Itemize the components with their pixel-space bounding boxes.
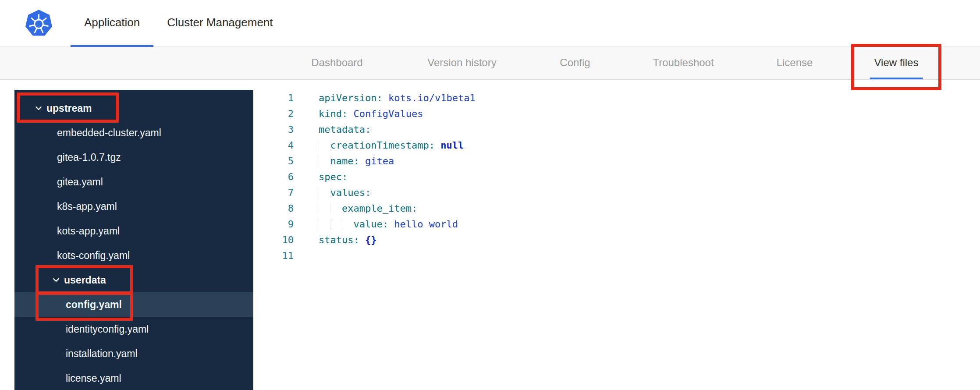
code-line: 5 name: gitea — [253, 153, 980, 169]
line-number: 7 — [253, 185, 294, 201]
tab-config[interactable]: Config — [555, 47, 594, 79]
header: Application Cluster Management — [0, 0, 980, 47]
tree-item-label: userdata — [64, 274, 106, 286]
code-text: name: gitea — [294, 153, 394, 169]
code-line: 8 example_item: — [253, 201, 980, 216]
chevron-down-icon[interactable] — [35, 104, 43, 112]
code-line: 7 values: — [253, 185, 980, 201]
tree-item-label: identityconfig.yaml — [66, 323, 149, 335]
subnav: DashboardVersion historyConfigTroublesho… — [0, 47, 980, 80]
code-line: 3metadata: — [253, 122, 980, 138]
header-tabs: Application Cluster Management — [71, 0, 287, 47]
code-line: 2kind: ConfigValues — [253, 106, 980, 122]
code-text: metadata: — [294, 122, 371, 138]
code-text: apiVersion: kots.io/v1beta1 — [294, 90, 476, 106]
code-line: 11 — [253, 248, 980, 264]
tree-item-label: embedded-cluster.yaml — [57, 127, 161, 139]
tree-file-kots-app-yaml[interactable]: kots-app.yaml — [14, 219, 253, 243]
line-number: 3 — [253, 122, 294, 138]
code-editor[interactable]: 1apiVersion: kots.io/v1beta12kind: Confi… — [253, 80, 980, 390]
line-number: 8 — [253, 201, 294, 216]
line-number: 1 — [253, 90, 294, 106]
tab-dashboard[interactable]: Dashboard — [307, 47, 367, 79]
tree-item-label: installation.yaml — [66, 348, 138, 360]
tree-item-label: upstream — [46, 103, 92, 114]
file-tree: upstreamembedded-cluster.yamlgitea-1.0.7… — [14, 90, 253, 390]
tab-view-files[interactable]: View files — [870, 47, 923, 79]
code-line: 10status: {} — [253, 232, 980, 248]
tree-file-embedded-cluster-yaml[interactable]: embedded-cluster.yaml — [14, 121, 253, 145]
line-number: 10 — [253, 232, 294, 248]
code-text: example_item: — [294, 201, 417, 216]
tree-file-gitea-yaml[interactable]: gitea.yaml — [14, 170, 253, 194]
tree-item-label: k8s-app.yaml — [57, 201, 117, 213]
code-line: 1apiVersion: kots.io/v1beta1 — [253, 90, 980, 106]
tree-item-label: config.yaml — [66, 299, 122, 311]
tab-license[interactable]: License — [772, 47, 817, 79]
tree-file-config-yaml[interactable]: config.yaml — [14, 292, 253, 317]
tab-cluster-management[interactable]: Cluster Management — [153, 0, 286, 47]
tree-file-k8s-app-yaml[interactable]: k8s-app.yaml — [14, 194, 253, 219]
tab-version-history[interactable]: Version history — [423, 47, 501, 79]
code-text: kind: ConfigValues — [294, 106, 423, 122]
code-text: status: {} — [294, 232, 376, 248]
tree-file-identityconfig-yaml[interactable]: identityconfig.yaml — [14, 317, 253, 341]
tree-file-license-yaml[interactable]: license.yaml — [14, 366, 253, 390]
code-line: 6spec: — [253, 169, 980, 185]
line-number: 2 — [253, 106, 294, 122]
tree-file-gitea-1-0-7-tgz[interactable]: gitea-1.0.7.tgz — [14, 145, 253, 170]
line-number: 5 — [253, 153, 294, 169]
tree-folder-upstream[interactable]: upstream — [14, 96, 253, 121]
line-number: 9 — [253, 216, 294, 232]
code-text: values: — [294, 185, 371, 201]
tree-item-label: license.yaml — [66, 372, 121, 384]
tree-file-installation-yaml[interactable]: installation.yaml — [14, 341, 253, 366]
line-number: 11 — [253, 248, 294, 264]
code-line: 4 creationTimestamp: null — [253, 138, 980, 153]
code-text: value: hello world — [294, 216, 458, 232]
line-number: 6 — [253, 169, 294, 185]
tree-item-label: gitea.yaml — [57, 176, 103, 188]
tree-item-label: kots-config.yaml — [57, 250, 130, 262]
chevron-down-icon[interactable] — [52, 276, 60, 284]
code-text — [294, 248, 319, 264]
tree-file-kots-config-yaml[interactable]: kots-config.yaml — [14, 243, 253, 268]
kots-admin-console: Application Cluster Management Dashboard… — [0, 0, 980, 390]
code-line: 9 value: hello world — [253, 216, 980, 232]
tree-item-label: gitea-1.0.7.tgz — [57, 152, 121, 163]
code-text: spec: — [294, 169, 348, 185]
line-number: 4 — [253, 138, 294, 153]
tree-item-label: kots-app.yaml — [57, 225, 120, 237]
code-text: creationTimestamp: null — [294, 138, 464, 153]
tab-application[interactable]: Application — [71, 0, 153, 47]
tab-troubleshoot[interactable]: Troubleshoot — [648, 47, 718, 79]
kubernetes-logo — [25, 9, 53, 38]
tree-folder-userdata[interactable]: userdata — [14, 268, 253, 292]
